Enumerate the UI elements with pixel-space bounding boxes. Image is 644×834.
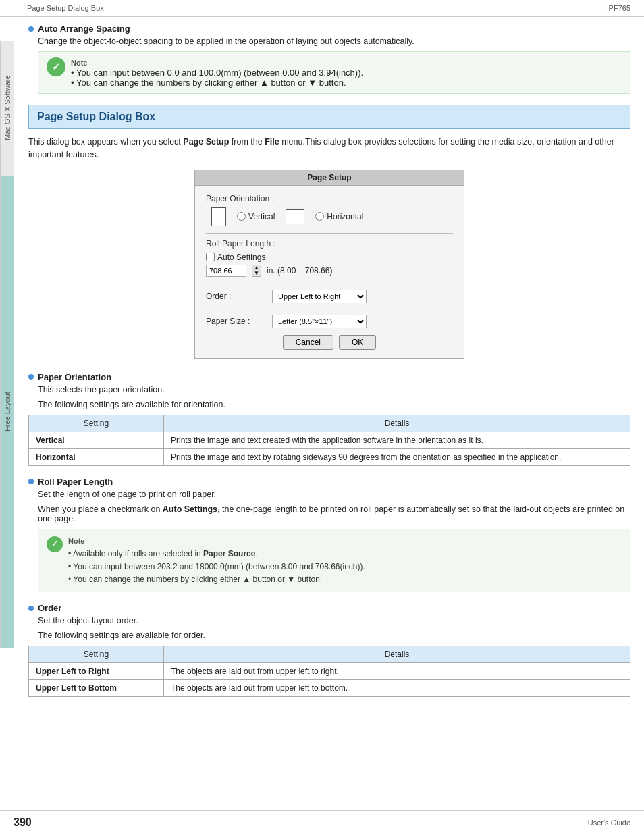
- main-content: Auto Arrange Spacing Change the object-t…: [15, 17, 644, 721]
- roll-note-item-2: You can input between 203.2 and 18000.0(…: [68, 561, 365, 573]
- side-label-macos: Mac OS X Software: [0, 41, 14, 176]
- roll-note-items: Available only if rolls are selected in …: [68, 548, 365, 587]
- table-row: Upper Left to Bottom The objects are lai…: [29, 680, 630, 697]
- side-labels: Mac OS X Software Free Layout: [0, 41, 14, 648]
- orientation-options: Vertical Horizontal: [211, 207, 453, 226]
- orientation-row2-setting: Horizontal: [29, 448, 164, 465]
- roll-note-item-3: You can change the numbers by clicking e…: [68, 573, 365, 586]
- note-icon-roll: ✓: [47, 536, 63, 552]
- roll-desc1: Set the length of one page to print on r…: [38, 490, 630, 499]
- table-row: Upper Left to Right The objects are laid…: [29, 663, 630, 680]
- note-label-auto: Note: [71, 57, 363, 68]
- dialog-buttons: Cancel OK: [206, 335, 453, 350]
- roll-paper-title: Roll Paper Length: [28, 477, 630, 487]
- order-col1: Setting: [29, 646, 164, 663]
- paper-orientation-title: Paper Orientation: [28, 372, 630, 382]
- roll-note: ✓ Note Available only if rolls are selec…: [38, 529, 630, 593]
- dialog-body: Paper Orientation : Vertical Horizontal: [195, 186, 464, 358]
- auto-settings-checkbox[interactable]: [206, 253, 215, 261]
- auto-settings-row[interactable]: Auto Settings: [206, 253, 453, 262]
- bullet-dot-orientation: [28, 374, 34, 380]
- roll-unit-range: in. (8.00 – 708.66): [267, 266, 332, 276]
- dialog-orientation-label: Paper Orientation :: [206, 194, 453, 203]
- roll-note-item-1: Available only if rolls are selected in …: [68, 548, 365, 561]
- page-setup-heading: Page Setup Dialog Box: [28, 105, 630, 129]
- orientation-table: Setting Details Vertical Prints the imag…: [28, 415, 630, 466]
- order-row2-setting: Upper Left to Bottom: [29, 680, 164, 697]
- vertical-radio[interactable]: [237, 212, 246, 221]
- order-col2: Details: [164, 646, 630, 663]
- auto-arrange-title: Auto Arrange Spacing: [28, 24, 630, 34]
- roll-note-content: Note Available only if rolls are selecte…: [68, 535, 365, 587]
- order-row1-setting: Upper Left to Right: [29, 663, 164, 680]
- note-content-auto: Note You can input between 0.0 and 100.0…: [71, 57, 363, 88]
- dialog-title: Page Setup: [195, 170, 464, 186]
- order-table: Setting Details Upper Left to Right The …: [28, 646, 630, 697]
- paper-orientation-desc2: The following settings are available for…: [38, 400, 630, 409]
- roll-value-row: ▲ ▼ in. (8.00 – 708.66): [206, 265, 453, 277]
- page-number: 390: [14, 816, 32, 829]
- order-title: Order: [28, 603, 630, 613]
- vertical-label: Vertical: [248, 212, 275, 221]
- horizontal-label: Horizontal: [327, 212, 363, 221]
- orientation-row1-details: Prints the image and text created with t…: [164, 432, 630, 448]
- dialog-roll-label: Roll Paper Length :: [206, 239, 453, 249]
- horizontal-radio[interactable]: [315, 212, 324, 221]
- orientation-row2-details: Prints the image and text by rotating si…: [164, 448, 630, 465]
- note-item-1: You can input between 0.0 and 100.0(mm) …: [71, 68, 363, 78]
- table-row: Horizontal Prints the image and text by …: [29, 448, 630, 465]
- order-row1-details: The objects are laid out from upper left…: [164, 663, 630, 680]
- dialog-orientation-section: Paper Orientation : Vertical Horizontal: [206, 194, 453, 226]
- vertical-option[interactable]: Vertical: [237, 212, 275, 221]
- order-select[interactable]: Upper Left to Right: [272, 290, 367, 303]
- paper-orientation-desc1: This selects the paper orientation.: [38, 385, 630, 394]
- horizontal-option[interactable]: Horizontal: [315, 212, 363, 221]
- auto-arrange-note: ✓ Note You can input between 0.0 and 100…: [38, 51, 630, 94]
- paper-size-select[interactable]: Letter (8.5"×11"): [272, 315, 367, 328]
- spin-down[interactable]: ▼: [252, 271, 261, 276]
- bullet-dot-auto: [28, 26, 34, 32]
- order-desc1: Set the object layout order.: [38, 616, 630, 625]
- page-setup-desc: This dialog box appears when you select …: [28, 136, 630, 161]
- roll-desc2: When you place a checkmark on Auto Setti…: [38, 504, 630, 523]
- top-bar: Page Setup Dialog Box iPF765: [0, 0, 644, 17]
- orientation-col2: Details: [164, 415, 630, 432]
- table-row: Vertical Prints the image and text creat…: [29, 432, 630, 448]
- top-bar-right: iPF765: [607, 4, 630, 12]
- side-label-freelayout: Free Layout: [0, 176, 14, 648]
- order-desc2: The following settings are available for…: [38, 631, 630, 640]
- dialog-paper-size-row: Paper Size : Letter (8.5"×11"): [206, 315, 453, 328]
- top-bar-left: Page Setup Dialog Box: [27, 4, 104, 12]
- roll-value-input[interactable]: [206, 265, 246, 277]
- note-icon-auto: ✓: [47, 57, 65, 76]
- roll-spinner[interactable]: ▲ ▼: [252, 265, 261, 277]
- note-item-2: You can change the numbers by clicking e…: [71, 78, 363, 88]
- page-setup-dialog: Page Setup Paper Orientation : Vertical: [194, 170, 464, 359]
- dialog-roll-section: Roll Paper Length : Auto Settings ▲ ▼ in…: [206, 239, 453, 277]
- footer: 390 User's Guide: [0, 810, 644, 834]
- paper-size-label: Paper Size :: [206, 317, 267, 326]
- auto-settings-label: Auto Settings: [217, 253, 265, 262]
- dialog-order-row: Order : Upper Left to Right: [206, 290, 453, 303]
- orientation-col1: Setting: [29, 415, 164, 432]
- note-items-auto: You can input between 0.0 and 100.0(mm) …: [71, 68, 363, 88]
- cancel-button[interactable]: Cancel: [283, 335, 333, 350]
- horizontal-paper-icon: [286, 209, 304, 224]
- bullet-dot-order: [28, 606, 34, 611]
- ok-button[interactable]: OK: [339, 335, 376, 350]
- page-container: Page Setup Dialog Box iPF765 Mac OS X So…: [0, 0, 644, 834]
- order-label: Order :: [206, 292, 267, 301]
- order-row2-details: The objects are laid out from upper left…: [164, 680, 630, 697]
- users-guide-label: User's Guide: [588, 818, 630, 827]
- auto-arrange-desc: Change the object-to-object spacing to b…: [38, 36, 630, 46]
- orientation-row1-setting: Vertical: [29, 432, 164, 448]
- bullet-dot-roll: [28, 479, 34, 484]
- vertical-paper-icon: [211, 207, 226, 226]
